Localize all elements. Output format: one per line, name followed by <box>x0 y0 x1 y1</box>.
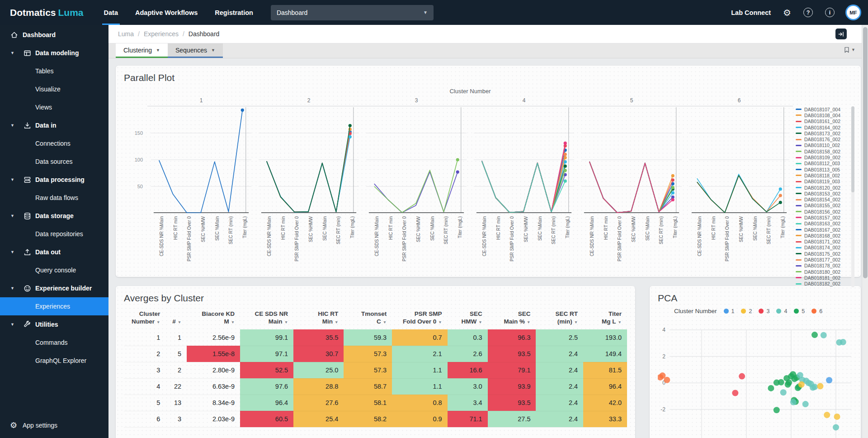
sidebar-item-graphql-explorer[interactable]: GraphQL Explorer <box>0 352 108 370</box>
sidebar-item-commands[interactable]: Commands <box>0 333 108 352</box>
legend-item[interactable]: DAB018154_002 <box>796 196 848 202</box>
column-header[interactable]: SECMain %▼ <box>488 309 536 329</box>
legend-item[interactable]: DAB018108_004 <box>796 112 848 118</box>
legend-item[interactable]: DAB018161_002 <box>796 119 848 124</box>
legend-scrollbar-thumb[interactable] <box>851 106 854 192</box>
sidebar-item-data-repositories[interactable]: Data repositories <box>0 225 108 243</box>
sidebar-item-data-out[interactable]: ▼Data out <box>0 243 108 261</box>
breadcrumb-luma[interactable]: Luma <box>118 30 134 38</box>
legend-scrollbar[interactable] <box>851 106 854 287</box>
lab-connect-link[interactable]: Lab Connect <box>731 9 771 16</box>
column-header[interactable]: TmonsetC▼ <box>344 309 392 329</box>
legend-item[interactable]: DAB018113_005 <box>796 167 848 172</box>
sidebar-item-experience-builder[interactable]: ▼Experience builder <box>0 279 108 297</box>
sidebar-item-raw-data-flows[interactable]: Raw data flows <box>0 189 108 207</box>
chevron-down-icon[interactable]: ▼ <box>10 123 14 128</box>
axis-label: SEC %Main <box>430 216 435 241</box>
sidebar-item-connections[interactable]: Connections <box>0 134 108 152</box>
legend-item[interactable]: DAB018181_002 <box>796 275 848 281</box>
collapse-panel-icon[interactable] <box>835 29 847 39</box>
page-scrollbar[interactable] <box>862 25 868 438</box>
sidebar-item-dashboard[interactable]: Dashboard <box>0 26 108 44</box>
chevron-down-icon[interactable]: ▼ <box>10 51 14 55</box>
legend-item[interactable]: DAB018153_002 <box>796 190 848 196</box>
nav-adaptive-workflows[interactable]: Adaptive Workflows <box>127 0 206 25</box>
legend-item[interactable]: DAB018119_003 <box>796 179 848 185</box>
legend-item[interactable]: DAB018180_002 <box>796 269 848 275</box>
tab-clustering[interactable]: Clustering▼ <box>116 43 168 58</box>
pca-legend-item[interactable]: 5 <box>794 308 805 314</box>
facet-cluster-6: 6CE-SDS NR %MainHIC RT minPSR SMP Fold O… <box>685 98 793 264</box>
table-cell: 58.1 <box>344 395 392 411</box>
sidebar-item-data-storage[interactable]: ▼Data storage <box>0 207 108 225</box>
legend-item[interactable]: DAB018163_002 <box>796 221 848 227</box>
facet-label: 4 <box>470 98 578 106</box>
column-header[interactable]: SECHMW▼ <box>448 309 488 329</box>
nav-data[interactable]: Data <box>95 0 127 25</box>
help-icon[interactable]: ? <box>803 8 813 17</box>
column-header[interactable]: SEC RT(min)▼ <box>536 309 583 329</box>
sidebar-item-data-modeling[interactable]: ▼Data modeling <box>0 44 108 62</box>
legend-item[interactable]: DAB018107_004 <box>796 106 848 112</box>
sidebar-item-visualize[interactable]: Visualize <box>0 80 108 98</box>
column-header[interactable]: TiterMg L▼ <box>583 309 627 329</box>
info-icon[interactable]: i <box>825 8 835 17</box>
sidebar-item-views[interactable]: Views <box>0 98 108 116</box>
legend-item[interactable]: DAB018176_002 <box>796 136 848 142</box>
sort-caret-icon: ▼ <box>527 320 530 324</box>
legend-item[interactable]: DAB018174_002 <box>796 245 848 251</box>
legend-item[interactable]: DAB018118_002 <box>796 172 848 178</box>
bookmark-icon[interactable]: ▼ <box>844 46 855 53</box>
column-header[interactable]: PSR SMPFold Over 0▼ <box>392 309 447 329</box>
chevron-down-icon[interactable]: ▼ <box>10 322 14 327</box>
sidebar-item-utilities[interactable]: ▼Utilities <box>0 315 108 333</box>
sidebar-item-query-console[interactable]: Query console <box>0 261 108 279</box>
tab-sequences[interactable]: Sequences▼ <box>168 43 223 58</box>
page-scrollbar-thumb[interactable] <box>863 27 868 278</box>
legend-item[interactable]: DAB018178_002 <box>796 263 848 269</box>
column-header[interactable]: CE SDS NRMain▼ <box>240 309 293 329</box>
legend-item[interactable]: DAB018120_002 <box>796 185 848 190</box>
sidebar-item-label: Visualize <box>35 86 61 93</box>
sidebar-item-data-sources[interactable]: Data sources <box>0 152 108 171</box>
legend-item[interactable]: DAB018164_002 <box>796 124 848 130</box>
sidebar-item-experiences[interactable]: Experiences <box>0 297 108 315</box>
legend-item[interactable]: DAB018157_002 <box>796 214 848 220</box>
legend-item[interactable]: DAB018109_002 <box>796 154 848 160</box>
column-header[interactable]: ClusterNumber▼ <box>124 309 165 329</box>
sidebar-item-data-processing[interactable]: ▼Data processing <box>0 171 108 189</box>
legend-item[interactable]: DAB018168_002 <box>796 233 848 238</box>
legend-color-dash <box>796 229 802 230</box>
legend-item[interactable]: DAB018177_002 <box>796 257 848 262</box>
sidebar-item-data-in[interactable]: ▼Data in <box>0 116 108 134</box>
chevron-down-icon[interactable]: ▼ <box>10 177 14 182</box>
legend-item[interactable]: DAB018173_002 <box>796 130 848 136</box>
chevron-down-icon[interactable]: ▼ <box>10 286 14 290</box>
legend-item[interactable]: DAB018167_002 <box>796 227 848 233</box>
pca-legend-item[interactable]: 1 <box>724 308 735 314</box>
legend-item[interactable]: DAB018155_002 <box>796 203 848 209</box>
sidebar-item-app-settings[interactable]: ⚙ App settings <box>0 416 108 434</box>
legend-item[interactable]: DAB018112_003 <box>796 161 848 167</box>
dashboard-select[interactable]: Dashboard ▼ <box>271 5 434 20</box>
chevron-down-icon[interactable]: ▼ <box>10 250 14 254</box>
legend-item[interactable]: DAB018110_002 <box>796 143 848 148</box>
chevron-down-icon[interactable]: ▼ <box>10 214 14 218</box>
legend-item[interactable]: DAB018156_002 <box>796 209 848 214</box>
pca-legend-item[interactable]: 2 <box>741 308 752 314</box>
nav-registration[interactable]: Registration <box>206 0 262 25</box>
pca-legend-item[interactable]: 4 <box>776 308 787 314</box>
sidebar-item-tables[interactable]: Tables <box>0 62 108 80</box>
column-header[interactable]: HIC RTMin▼ <box>293 309 344 329</box>
legend-item[interactable]: DAB018171_002 <box>796 239 848 245</box>
breadcrumb-experiences[interactable]: Experiences <box>144 30 179 38</box>
legend-item[interactable]: DAB018175_002 <box>796 251 848 257</box>
column-header[interactable]: Biacore KDM▼ <box>187 309 240 329</box>
user-avatar[interactable]: MF <box>847 6 860 19</box>
legend-item[interactable]: DAB018182_002 <box>796 281 848 286</box>
column-header[interactable]: #▼ <box>165 309 187 329</box>
pca-legend-item[interactable]: 3 <box>759 308 769 314</box>
settings-gear-icon[interactable]: ⚙ <box>783 8 791 17</box>
pca-legend-item[interactable]: 6 <box>811 308 822 314</box>
legend-item[interactable]: DAB018158_002 <box>796 148 848 154</box>
